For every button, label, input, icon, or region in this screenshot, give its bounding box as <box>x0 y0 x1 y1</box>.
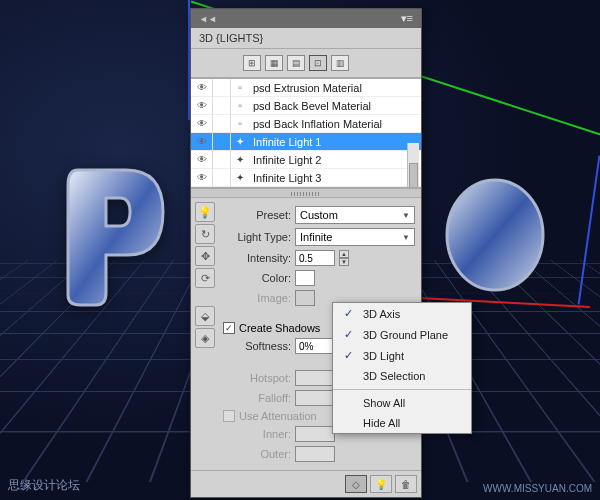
light-home-tool-icon[interactable]: ⬙ <box>195 306 215 326</box>
color-swatch[interactable] <box>295 270 315 286</box>
menu-item-hide-all[interactable]: Hide All <box>333 413 471 433</box>
material-icon: ▫ <box>231 100 249 111</box>
lighttype-select[interactable]: Infinite▼ <box>295 228 415 246</box>
softness-input[interactable]: 0% <box>295 338 335 354</box>
preset-select[interactable]: Custom▼ <box>295 206 415 224</box>
light-point-tool-icon[interactable]: ⟳ <box>195 268 215 288</box>
filter-material-icon[interactable]: ▤ <box>287 55 305 71</box>
light-icon: ✦ <box>231 136 249 147</box>
softness-label: Softness: <box>223 340 291 352</box>
preset-label: Preset: <box>223 209 291 221</box>
overlay-context-menu: ✓3D Axis ✓3D Ground Plane ✓3D Light 3D S… <box>332 302 472 434</box>
scene-item-light[interactable]: 👁✦Infinite Light 3 <box>191 169 421 187</box>
hotspot-label: Hotspot: <box>223 372 291 384</box>
menu-item-3d-selection[interactable]: 3D Selection <box>333 366 471 386</box>
intensity-label: Intensity: <box>223 252 291 264</box>
filter-lights-icon[interactable]: ⊡ <box>309 55 327 71</box>
filter-mesh-icon[interactable]: ▦ <box>265 55 283 71</box>
panel-header[interactable]: ◄◄ ▾≡ <box>191 9 421 28</box>
lighttype-label: Light Type: <box>223 231 291 243</box>
delete-button[interactable]: 🗑 <box>395 475 417 493</box>
check-icon: ✓ <box>341 328 355 341</box>
create-shadows-checkbox[interactable]: ✓ <box>223 322 235 334</box>
scene-item-light-selected[interactable]: 👁✦Infinite Light 1 <box>191 133 421 151</box>
light-rotate-tool-icon[interactable]: 💡 <box>195 202 215 222</box>
image-swatch-disabled <box>295 290 315 306</box>
light-icon: ✦ <box>231 172 249 183</box>
visibility-eye-icon[interactable]: 👁 <box>191 115 213 133</box>
use-attenuation-checkbox-disabled <box>223 410 235 422</box>
inner-label: Inner: <box>223 428 291 440</box>
watermark-left: 思缘设计论坛 <box>8 477 80 494</box>
color-label: Color: <box>223 272 291 284</box>
chevron-down-icon: ▼ <box>402 233 410 242</box>
new-light-button[interactable]: 💡 <box>370 475 392 493</box>
falloff-label: Falloff: <box>223 392 291 404</box>
scrollbar-thumb[interactable] <box>409 163 418 188</box>
image-label: Image: <box>223 292 291 304</box>
panel-title-tab[interactable]: 3D {LIGHTS} <box>191 28 421 49</box>
scene-tree[interactable]: 👁▫psd Extrusion Material 👁▫psd Back Beve… <box>191 78 421 188</box>
intensity-stepper[interactable]: ▲▼ <box>339 250 349 266</box>
menu-item-3d-ground-plane[interactable]: ✓3D Ground Plane <box>333 324 471 345</box>
3d-object-p <box>58 160 178 310</box>
menu-item-3d-light[interactable]: ✓3D Light <box>333 345 471 366</box>
visibility-eye-icon[interactable]: 👁 <box>191 97 213 115</box>
light-pan-tool-icon[interactable]: ↻ <box>195 224 215 244</box>
filter-camera-icon[interactable]: ▥ <box>331 55 349 71</box>
collapse-arrows-icon[interactable]: ◄◄ <box>199 14 217 24</box>
chevron-down-icon: ▼ <box>402 211 410 220</box>
scene-item-light[interactable]: 👁✦Infinite Light 2 <box>191 151 421 169</box>
panel-footer: ◇ 💡 🗑 <box>191 470 421 497</box>
visibility-eye-icon[interactable]: 👁 <box>191 151 213 169</box>
inner-input-disabled <box>295 426 335 442</box>
filter-toolbar: ⊞ ▦ ▤ ⊡ ▥ <box>191 49 421 78</box>
scene-item-material[interactable]: 👁▫psd Back Inflation Material <box>191 115 421 133</box>
intensity-input[interactable]: 0.5 <box>295 250 335 266</box>
scene-item-material[interactable]: 👁▫psd Back Bevel Material <box>191 97 421 115</box>
menu-item-show-all[interactable]: Show All <box>333 393 471 413</box>
panel-divider[interactable] <box>191 188 421 198</box>
light-slide-tool-icon[interactable]: ✥ <box>195 246 215 266</box>
visibility-eye-icon[interactable]: 👁 <box>191 133 213 151</box>
hotspot-input-disabled <box>295 370 335 386</box>
menu-item-3d-axis[interactable]: ✓3D Axis <box>333 303 471 324</box>
check-icon: ✓ <box>341 307 355 320</box>
menu-separator <box>333 389 471 390</box>
scrollbar[interactable] <box>407 143 419 187</box>
material-icon: ▫ <box>231 82 249 93</box>
svg-point-0 <box>447 180 543 290</box>
light-tool-column: 💡 ↻ ✥ ⟳ ⬙ ◈ <box>195 198 217 348</box>
outer-input-disabled <box>295 446 335 462</box>
check-icon: ✓ <box>341 349 355 362</box>
light-icon: ✦ <box>231 154 249 165</box>
light-aim-tool-icon[interactable]: ◈ <box>195 328 215 348</box>
panel-menu-icon[interactable]: ▾≡ <box>401 12 413 25</box>
use-attenuation-label: Use Attenuation <box>239 410 317 422</box>
falloff-input-disabled <box>295 390 335 406</box>
material-icon: ▫ <box>231 118 249 129</box>
create-shadows-label: Create Shadows <box>239 322 320 334</box>
visibility-eye-icon[interactable]: 👁 <box>191 169 213 187</box>
3d-object-secondary <box>440 170 550 300</box>
filter-scene-icon[interactable]: ⊞ <box>243 55 261 71</box>
visibility-eye-icon[interactable]: 👁 <box>191 79 213 97</box>
toggle-overlays-button[interactable]: ◇ <box>345 475 367 493</box>
watermark-right: WWW.MISSYUAN.COM <box>483 483 592 494</box>
scene-item-material[interactable]: 👁▫psd Extrusion Material <box>191 79 421 97</box>
outer-label: Outer: <box>223 448 291 460</box>
